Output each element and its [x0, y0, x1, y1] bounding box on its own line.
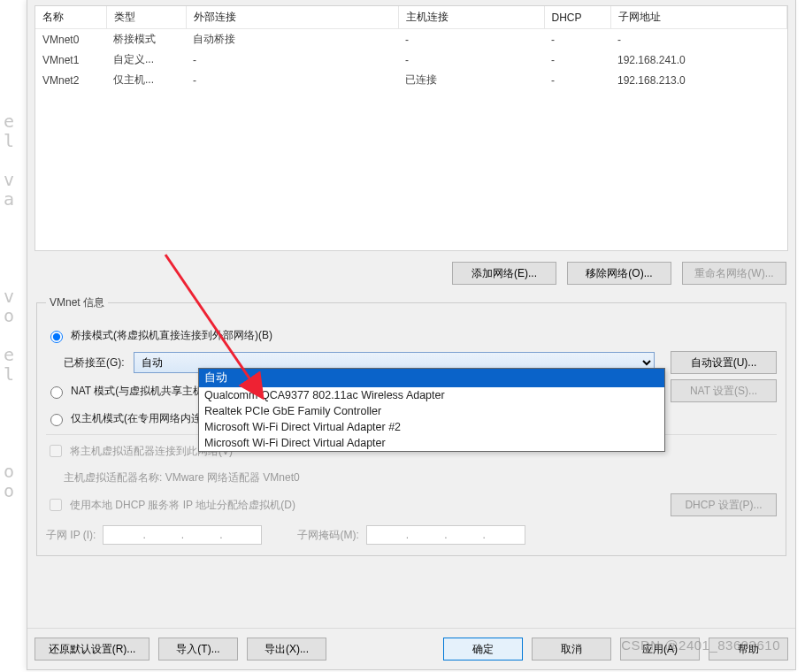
use-dhcp-label: 使用本地 DHCP 服务将 IP 地址分配给虚拟机(D) [70, 498, 295, 513]
cell-host: 已连接 [398, 70, 544, 90]
subnet-ip-label: 子网 IP (I): [46, 528, 96, 543]
ok-button[interactable]: 确定 [443, 638, 523, 661]
col-dhcp[interactable]: DHCP [544, 6, 610, 29]
cell-name: VMnet1 [35, 50, 106, 70]
subnet-mask-label: 子网掩码(M): [297, 528, 358, 543]
subnet-mask-field: ... [366, 525, 525, 545]
auto-settings-button[interactable]: 自动设置(U)... [671, 351, 777, 374]
dropdown-option[interactable]: Microsoft Wi-Fi Direct Virtual Adapter #… [199, 419, 664, 435]
cell-ext: - [186, 70, 398, 90]
bridged-label[interactable]: 桥接模式(将虚拟机直接连接到外部网络)(B) [71, 328, 272, 343]
cell-subnet: 192.168.241.0 [610, 50, 787, 70]
cell-type: 仅主机... [106, 70, 186, 90]
network-action-buttons: 添加网络(E)... 移除网络(O)... 重命名网络(W)... [36, 262, 786, 285]
host-adapter-name-row: 主机虚拟适配器名称: VMware 网络适配器 VMnet0 [64, 467, 777, 488]
hostonly-radio[interactable] [50, 414, 63, 426]
remove-network-button[interactable]: 移除网络(O)... [567, 262, 671, 285]
table-row[interactable]: VMnet1 自定义... - - - 192.168.241.0 [35, 50, 787, 70]
import-button[interactable]: 导入(T)... [158, 638, 238, 661]
col-type[interactable]: 类型 [106, 6, 186, 29]
dropdown-option[interactable]: Realtek PCIe GbE Family Controller [199, 403, 664, 419]
col-subnet[interactable]: 子网地址 [610, 6, 787, 29]
cell-name: VMnet0 [35, 29, 106, 50]
cell-name: VMnet2 [35, 70, 106, 90]
table-row[interactable]: VMnet0 桥接模式 自动桥接 - - - [35, 29, 787, 50]
restore-defaults-button[interactable]: 还原默认设置(R)... [34, 638, 150, 661]
watermark-text: CSDN @2401_83693610 [621, 638, 780, 653]
bridged-to-label: 已桥接至(G): [64, 355, 125, 370]
connect-host-adapter-checkbox [50, 445, 62, 457]
group-legend: VMnet 信息 [46, 295, 108, 310]
col-ext[interactable]: 外部连接 [186, 6, 398, 29]
dropdown-option[interactable]: Microsoft Wi-Fi Direct Virtual Adapter [199, 435, 664, 451]
use-dhcp-row: 使用本地 DHCP 服务将 IP 地址分配给虚拟机(D) DHCP 设置(P).… [46, 493, 777, 516]
cell-type: 自定义... [106, 50, 186, 70]
cell-host: - [398, 50, 544, 70]
dialog-client-area: 名称 类型 外部连接 主机连接 DHCP 子网地址 VMnet0 桥接模式 自动… [27, 0, 795, 628]
background-glyphs: e l v a v o e l o o [0, 0, 27, 672]
nat-radio[interactable] [50, 386, 63, 399]
rename-network-button: 重命名网络(W)... [682, 262, 786, 285]
cell-dhcp: - [544, 70, 610, 90]
export-button[interactable]: 导出(X)... [247, 638, 326, 661]
bridged-radio-row[interactable]: 桥接模式(将虚拟机直接连接到外部网络)(B) [46, 325, 777, 346]
bridged-radio[interactable] [50, 331, 63, 343]
cell-subnet: 192.168.213.0 [610, 70, 787, 90]
use-dhcp-checkbox [50, 499, 62, 511]
table-row[interactable]: VMnet2 仅主机... - 已连接 - 192.168.213.0 [35, 70, 787, 90]
virtual-network-editor-dialog: 名称 类型 外部连接 主机连接 DHCP 子网地址 VMnet0 桥接模式 自动… [27, 0, 796, 670]
subnet-row: 子网 IP (I): ... 子网掩码(M): ... [46, 525, 777, 545]
cell-subnet: - [610, 29, 787, 50]
cell-ext: 自动桥接 [186, 29, 398, 50]
cell-dhcp: - [544, 29, 610, 50]
host-adapter-name-text: 主机虚拟适配器名称: VMware 网络适配器 VMnet0 [64, 470, 300, 485]
dhcp-settings-button: DHCP 设置(P)... [671, 493, 777, 516]
col-name[interactable]: 名称 [35, 6, 106, 29]
cell-dhcp: - [544, 50, 610, 70]
cell-host: - [398, 29, 544, 50]
dropdown-option[interactable]: 自动 [199, 369, 664, 387]
cell-type: 桥接模式 [106, 29, 186, 50]
subnet-ip-field: ... [103, 525, 262, 545]
bridged-to-dropdown-list[interactable]: 自动 Qualcomm QCA9377 802.11ac Wireless Ad… [198, 368, 665, 452]
col-host[interactable]: 主机连接 [398, 6, 544, 29]
add-network-button[interactable]: 添加网络(E)... [452, 262, 556, 285]
dropdown-option[interactable]: Qualcomm QCA9377 802.11ac Wireless Adapt… [199, 387, 664, 403]
vmnet-table[interactable]: 名称 类型 外部连接 主机连接 DHCP 子网地址 VMnet0 桥接模式 自动… [34, 5, 788, 251]
cancel-button[interactable]: 取消 [532, 638, 611, 661]
table-header-row: 名称 类型 外部连接 主机连接 DHCP 子网地址 [35, 6, 787, 29]
cell-ext: - [186, 50, 398, 70]
nat-settings-button: NAT 设置(S)... [671, 379, 777, 402]
